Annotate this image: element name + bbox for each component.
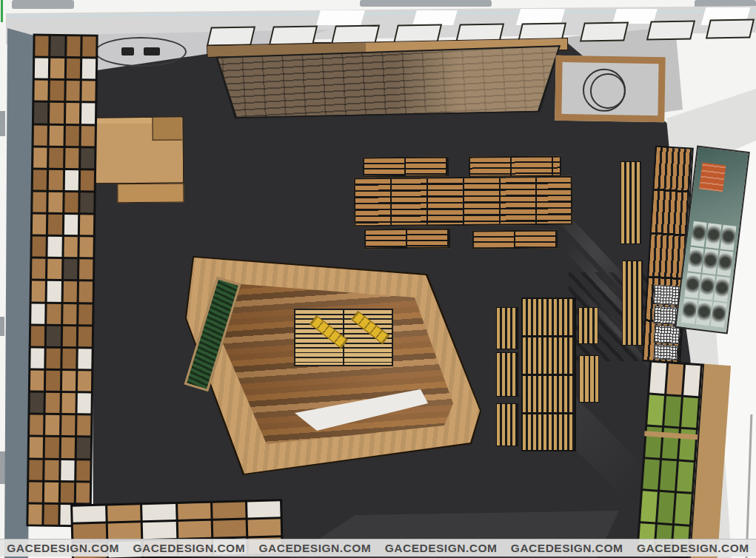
- shelf-cube: [47, 259, 61, 279]
- slat-side-table: [496, 352, 518, 397]
- shelf-cube: [62, 326, 76, 346]
- slat-side-table: [578, 307, 598, 344]
- shelf-cube: [247, 501, 281, 517]
- shelf-cube: [79, 260, 93, 280]
- shelf-cube: [29, 460, 43, 480]
- mural-thumbnail: [714, 276, 730, 302]
- left-cube-shelving: [26, 33, 98, 527]
- shelf-cube: [73, 524, 107, 540]
- shelf-cube: [33, 192, 47, 212]
- slat-side-table: [579, 355, 599, 403]
- shelf-cube: [61, 460, 75, 480]
- shelf-cube: [80, 170, 94, 190]
- shelf-cube: [664, 396, 681, 427]
- mural-thumbnail: [696, 300, 712, 326]
- shelf-cube: [178, 521, 211, 537]
- yellow-display-item: [310, 315, 348, 349]
- green-cube-shelf: [636, 360, 731, 558]
- skylight-window: [580, 21, 629, 41]
- shelf-cube: [49, 192, 63, 212]
- shelf-cube: [44, 460, 58, 480]
- shelf-cube: [76, 483, 90, 502]
- wall-edge-mark: [0, 111, 5, 136]
- watermark-text: GACEDESIGN.COM: [511, 542, 623, 555]
- shelf-cube: [61, 437, 75, 457]
- chair: [121, 47, 134, 56]
- shelf-cube: [30, 348, 44, 368]
- mural-thumbnail: [699, 275, 715, 300]
- watermark-text: GACEDESIGN.COM: [385, 542, 498, 555]
- shelf-cube: [649, 363, 666, 394]
- shelf-cube: [33, 214, 47, 234]
- shelf-cube: [50, 58, 64, 78]
- mural-thumbnails: [681, 221, 736, 328]
- shelf-cube: [660, 460, 677, 491]
- wall-edge-mark: [0, 317, 4, 336]
- mural-thumbnail: [684, 272, 700, 298]
- shelf-cube: [82, 36, 96, 56]
- shelf-cube: [80, 192, 94, 212]
- platform-display-table: [294, 309, 393, 366]
- shelf-cube: [81, 104, 96, 124]
- shelf-cube: [44, 482, 58, 502]
- shelf-cube: [178, 503, 211, 520]
- shelf-cube: [46, 393, 60, 413]
- shelf-cube: [81, 148, 95, 168]
- mural-thumbnail: [702, 249, 718, 275]
- shelf-cube: [48, 215, 62, 235]
- slat-side-table: [620, 161, 641, 244]
- shelf-cube: [45, 437, 59, 457]
- shelf-cube: [78, 326, 93, 346]
- exterior-block: [12, 0, 74, 9]
- shelf-cube: [45, 415, 59, 435]
- mural-thumbnail: [706, 223, 722, 249]
- mural-thumbnail: [720, 225, 737, 251]
- mural-thumbnail: [681, 298, 698, 324]
- shelf-cube: [46, 371, 60, 391]
- shelf-cube: [62, 349, 76, 369]
- shelf-cube: [32, 237, 46, 257]
- counter-foot: [117, 183, 184, 203]
- shelf-cube: [213, 520, 246, 537]
- shelf-cube: [82, 58, 96, 78]
- slat-display-table: [472, 229, 558, 249]
- shelf-cube: [65, 148, 79, 168]
- shelf-cube: [64, 259, 78, 279]
- reception-counter: [81, 114, 189, 202]
- shelf-cube: [213, 502, 246, 519]
- shelf-cube: [50, 36, 64, 56]
- shelf-cube: [78, 371, 92, 391]
- shelf-cube: [61, 415, 76, 435]
- render-canvas: GACEDESIGN.COM GACEDESIGN.COM GACEDESIGN…: [0, 0, 756, 558]
- shelf-cube: [78, 349, 92, 369]
- shelf-cube: [675, 493, 692, 524]
- shelf-cube: [666, 363, 683, 394]
- central-platform: [181, 252, 485, 481]
- shelf-cube: [640, 491, 658, 522]
- shelf-cube: [73, 506, 106, 522]
- shelf-cube: [76, 460, 90, 480]
- mural-thumbnail: [711, 302, 727, 328]
- shelf-cube: [35, 58, 49, 78]
- shelf-cube: [63, 304, 77, 324]
- shelf-cube: [49, 169, 63, 189]
- shelf-cube: [47, 349, 61, 369]
- shelf-cube: [683, 365, 700, 396]
- shelf-cube: [28, 504, 42, 524]
- shelf-cube: [681, 397, 698, 428]
- shelf-cube: [61, 393, 76, 413]
- shelf-cube: [48, 237, 62, 257]
- corner-room: [555, 56, 666, 123]
- shelf-cube: [33, 169, 47, 189]
- shelf-cube: [32, 259, 46, 279]
- shelf-cube: [30, 437, 44, 457]
- ceiling-reflection: [412, 10, 458, 25]
- shelf-cube: [61, 371, 76, 391]
- mural-orange-panel: [699, 163, 726, 192]
- shelf-cube: [81, 126, 95, 146]
- shelf-cube: [65, 103, 79, 123]
- skylight-window: [706, 19, 755, 38]
- shelf-cube: [658, 492, 675, 523]
- shelf-cube: [31, 303, 45, 323]
- oval-rug: [95, 37, 187, 67]
